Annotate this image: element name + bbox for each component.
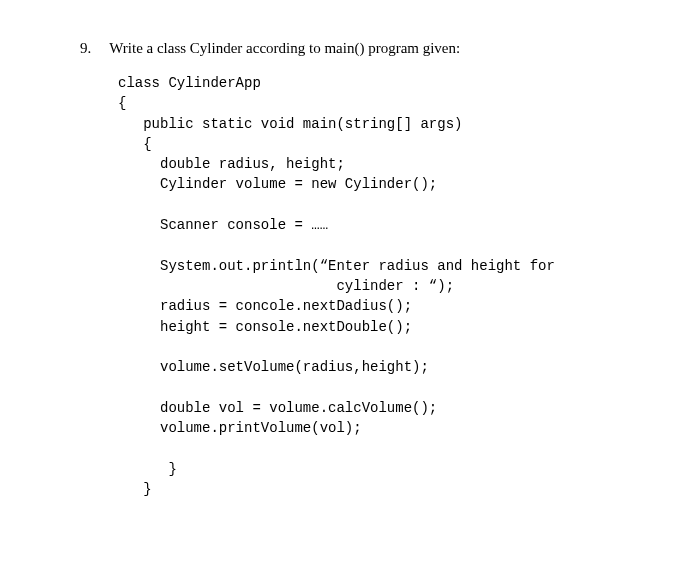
code-line: double radius, height; (118, 156, 345, 172)
question-text: Write a class Cylinder according to main… (109, 40, 460, 57)
code-line: Cylinder volume = new Cylinder(); (118, 176, 437, 192)
code-line: } (118, 481, 152, 497)
code-block: class CylinderApp { public static void m… (118, 73, 640, 499)
code-line: height = console.nextDouble(); (118, 319, 412, 335)
code-line: } (118, 461, 177, 477)
question-header: 9. Write a class Cylinder according to m… (80, 40, 640, 57)
code-line: public static void main(string[] args) (118, 116, 462, 132)
code-line: cylinder : “); (118, 278, 454, 294)
code-line: System.out.println(“Enter radius and hei… (118, 258, 555, 274)
code-line: volume.setVolume(radius,height); (118, 359, 429, 375)
code-line: { (118, 95, 126, 111)
code-line: { (118, 136, 152, 152)
code-line: Scanner console = …… (118, 217, 328, 233)
code-line: radius = concole.nextDadius(); (118, 298, 412, 314)
question-number: 9. (80, 40, 91, 57)
code-line: class CylinderApp (118, 75, 261, 91)
code-line: volume.printVolume(vol); (118, 420, 362, 436)
code-line: double vol = volume.calcVolume(); (118, 400, 437, 416)
